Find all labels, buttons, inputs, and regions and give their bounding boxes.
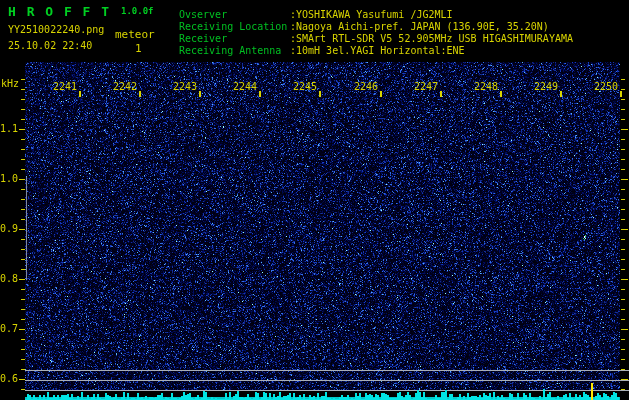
axis-tick [621, 99, 625, 100]
time-label: 2244 [229, 81, 257, 92]
axis-tick [21, 319, 25, 320]
axis-tick [621, 259, 625, 260]
axis-tick [19, 279, 25, 280]
output-filename: YY2510022240.png [8, 24, 104, 35]
axis-tick [19, 129, 25, 130]
station-info-value: :Nagoya Aichi-pref. JAPAN (136.90E, 35.2… [290, 21, 549, 32]
axis-tick [21, 79, 25, 80]
station-info-value: :SMArt RTL-SDR V5 52.905MHz USB HIGASHIM… [290, 33, 573, 44]
axis-tick [21, 209, 25, 210]
axis-tick [621, 379, 628, 380]
time-label: 2247 [410, 81, 438, 92]
mode-label: meteor [115, 28, 155, 41]
freq-label: 0.7 [0, 323, 18, 334]
axis-tick [560, 91, 562, 97]
time-label: 2243 [169, 81, 197, 92]
time-label: 2241 [49, 81, 77, 92]
station-info-label: Receiver [179, 33, 227, 44]
axis-tick [621, 279, 628, 280]
axis-tick [21, 249, 25, 250]
axis-tick [621, 349, 625, 350]
axis-tick [21, 369, 25, 370]
axis-tick [21, 389, 25, 390]
axis-tick [621, 79, 625, 80]
axis-tick [380, 91, 382, 97]
axis-tick [621, 159, 625, 160]
axis-tick [620, 91, 622, 97]
freq-axis-unit: kHz [1, 78, 19, 89]
freq-label: 0.8 [0, 273, 18, 284]
axis-tick [21, 349, 25, 350]
axis-tick [21, 139, 25, 140]
axis-tick [19, 179, 25, 180]
axis-tick [21, 149, 25, 150]
axis-tick [621, 89, 625, 90]
axis-tick [621, 249, 625, 250]
time-label: 2245 [289, 81, 317, 92]
axis-tick [21, 159, 25, 160]
station-info-value: :YOSHIKAWA Yasufumi /JG2MLI [290, 9, 453, 20]
time-label: 2250 [590, 81, 618, 92]
time-label: 2249 [530, 81, 558, 92]
station-info-label: Receiving Location [179, 21, 287, 32]
axis-tick [259, 91, 261, 97]
station-info-value: :10mH 3el.YAGI Horizontal:ENE [290, 45, 465, 56]
axis-tick [139, 91, 141, 97]
station-info-label: Ovserver [179, 9, 227, 20]
axis-tick [621, 119, 625, 120]
axis-tick [19, 379, 25, 380]
axis-tick [621, 309, 625, 310]
axis-tick [621, 209, 625, 210]
axis-tick [621, 359, 625, 360]
axis-tick [621, 339, 625, 340]
axis-tick [621, 289, 625, 290]
axis-tick [621, 299, 625, 300]
axis-tick [21, 169, 25, 170]
axis-tick [621, 269, 625, 270]
axis-tick [621, 219, 625, 220]
freq-label: 1.0 [0, 173, 18, 184]
axis-tick [21, 339, 25, 340]
spectrogram-canvas [0, 0, 629, 400]
axis-tick [21, 309, 25, 310]
axis-tick [21, 219, 25, 220]
axis-tick [79, 91, 81, 97]
axis-tick [621, 149, 625, 150]
axis-tick [621, 129, 628, 130]
axis-tick [21, 189, 25, 190]
axis-tick [500, 91, 502, 97]
axis-tick [319, 91, 321, 97]
axis-tick [621, 319, 625, 320]
axis-tick [621, 229, 628, 230]
axis-tick [621, 199, 625, 200]
time-label: 2242 [109, 81, 137, 92]
axis-tick [621, 189, 625, 190]
station-info-label: Receiving Antenna [179, 45, 281, 56]
axis-tick [21, 119, 25, 120]
timestamp-label: 25.10.02 22:40 [8, 40, 92, 51]
hrofft-window: H R O F F T 1.0.0f YY2510022240.png mete… [0, 0, 629, 400]
axis-tick [621, 389, 625, 390]
axis-tick [199, 91, 201, 97]
axis-tick [440, 91, 442, 97]
axis-tick [21, 269, 25, 270]
axis-tick [21, 89, 25, 90]
axis-tick [21, 299, 25, 300]
axis-tick [621, 329, 628, 330]
channel-number: 1 [135, 42, 142, 55]
axis-tick [21, 109, 25, 110]
time-label: 2246 [350, 81, 378, 92]
freq-label: 1.1 [0, 123, 18, 134]
axis-tick [621, 109, 625, 110]
axis-tick [21, 359, 25, 360]
axis-tick [621, 179, 628, 180]
axis-tick [621, 169, 625, 170]
app-title: H R O F F T [8, 4, 111, 19]
axis-tick [21, 99, 25, 100]
time-label: 2248 [470, 81, 498, 92]
axis-tick [21, 239, 25, 240]
axis-tick [19, 229, 25, 230]
app-version: 1.0.0f [121, 6, 154, 16]
axis-tick [21, 259, 25, 260]
axis-tick [21, 199, 25, 200]
